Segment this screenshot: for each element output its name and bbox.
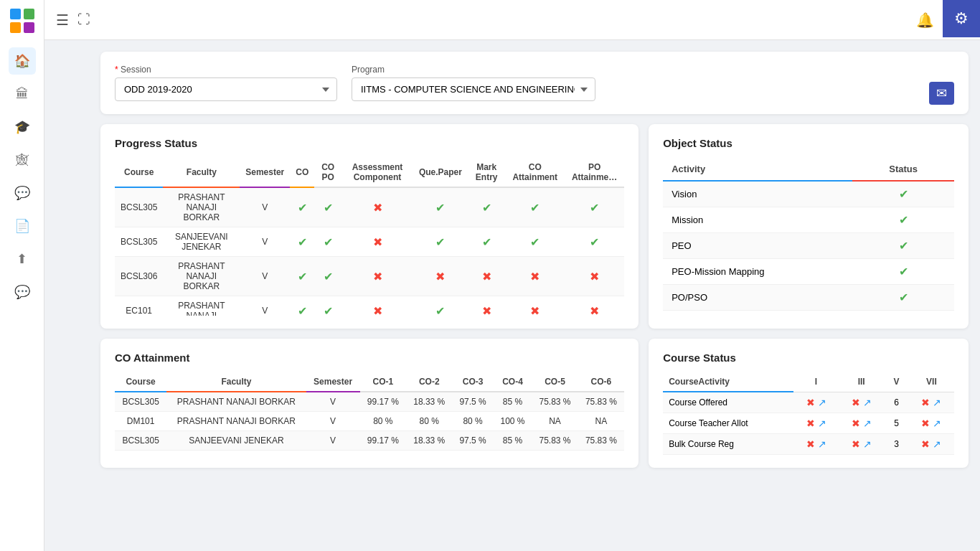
cross-icon: ✖ [921, 438, 930, 450]
col-co-semester: Semester [306, 372, 360, 392]
cell-co1: 99.17 % [360, 431, 406, 451]
email-icon[interactable]: ✉ [929, 82, 954, 105]
svg-rect-1 [24, 9, 34, 19]
cell-action[interactable]: ✖ ↗ [793, 433, 839, 454]
cell-action[interactable]: ✖ ↗ [793, 392, 839, 413]
sidebar-item-upload[interactable]: ⬆ [9, 245, 36, 273]
filter-row: * Session ODD 2019-2020 Program IITMS - … [115, 65, 954, 101]
table-row: BCSL305 SANJEEVANI JENEKAR V ✔ ✔ ✖ ✔ ✔ ✔… [115, 227, 624, 257]
sidebar-item-chat[interactable]: 💬 [9, 179, 36, 207]
arrow-icon[interactable]: ↗ [863, 438, 872, 450]
main-content: * Session ODD 2019-2020 Program IITMS - … [89, 40, 980, 551]
cell-v: 6 [884, 392, 908, 413]
cell-markentry: ✔ [468, 227, 506, 257]
cell-action[interactable]: ✖ ↗ [793, 413, 839, 433]
cell-activity: Bulk Course Reg [663, 433, 793, 454]
cell-v: 5 [884, 413, 908, 433]
arrow-icon[interactable]: ↗ [818, 397, 826, 408]
cell-semester: V [306, 412, 360, 431]
arrow-icon[interactable]: ↗ [933, 397, 941, 408]
col-copo: CO PO [314, 158, 341, 187]
cell-semester: V [240, 227, 290, 257]
session-select[interactable]: ODD 2019-2020 [115, 77, 337, 101]
cell-action[interactable]: ✖ ↗ [839, 433, 884, 454]
course-status-table: CourseActivity I III V VII Course Offere… [663, 372, 954, 455]
program-label: Program [352, 65, 595, 75]
app-logo[interactable] [9, 7, 36, 34]
cross-icon: ✖ [806, 438, 815, 450]
settings-button[interactable]: ⚙ [943, 0, 980, 37]
cell-co6: NA [578, 412, 624, 431]
cross-icon: ✖ [921, 397, 930, 408]
cell-status: ✔ [852, 207, 954, 233]
cell-markentry: ✖ [468, 296, 506, 316]
course-status-title: Course Status [663, 352, 954, 364]
cell-semester: V [240, 296, 290, 316]
cell-assessment: ✖ [341, 296, 413, 316]
cell-faculty: SANJEEVANI JENEKAR [166, 431, 306, 451]
cell-co2: 80 % [406, 412, 452, 431]
cross-icon: ✖ [921, 418, 930, 429]
svg-rect-3 [24, 22, 34, 33]
program-select[interactable]: IITMS - COMPUTER SCIENCE AND ENGINEERING… [352, 77, 595, 101]
cell-action[interactable]: ✖ ↗ [909, 433, 954, 454]
cell-coatt: ✔ [505, 227, 565, 257]
arrow-icon[interactable]: ↗ [933, 418, 941, 429]
cell-co: ✔ [290, 187, 314, 227]
col-co4: CO-4 [494, 372, 532, 392]
col-sem-vii: VII [909, 372, 954, 392]
cell-co: ✔ [290, 296, 314, 316]
cell-course: BCSL306 [115, 257, 163, 296]
cell-markentry: ✖ [468, 257, 506, 296]
cell-copo: ✔ [314, 257, 341, 296]
table-row: BCSL305 SANJEEVANI JENEKAR V 99.17 % 18.… [115, 431, 624, 451]
notification-bell-icon[interactable]: 🔔 [916, 11, 934, 29]
list-item: PEO ✔ [663, 233, 954, 259]
cell-poatt: ✖ [565, 257, 624, 296]
session-label: * Session [115, 65, 337, 75]
cell-co: ✔ [290, 227, 314, 257]
col-status: Status [852, 158, 954, 181]
sidebar-item-bank[interactable]: 🏛 [9, 80, 36, 108]
cell-co1: 99.17 % [360, 392, 406, 412]
arrow-icon[interactable]: ↗ [863, 418, 872, 429]
arrow-icon[interactable]: ↗ [818, 418, 826, 429]
cell-co3: 97.5 % [452, 431, 493, 451]
list-item: PO/PSO-PEO Mapping Pending ↑ [663, 311, 954, 316]
sidebar-item-chat2[interactable]: 💬 [9, 278, 36, 306]
cell-action[interactable]: ✖ ↗ [839, 413, 884, 433]
col-sem-iii: III [839, 372, 884, 392]
arrow-icon[interactable]: ↗ [863, 397, 872, 408]
col-assessment: Assessment Component [341, 158, 413, 187]
col-co: CO [290, 158, 314, 187]
sidebar-item-academic[interactable]: 🎓 [9, 113, 36, 141]
col-co1: CO-1 [360, 372, 406, 392]
object-status-table: Activity Status Vision ✔ Mission ✔ PEO ✔… [663, 158, 954, 316]
arrow-icon[interactable]: ↗ [818, 438, 826, 450]
cell-activity: PO/PSO [663, 285, 852, 311]
co-attainment-table: Course Faculty Semester CO-1 CO-2 CO-3 C… [115, 372, 624, 451]
svg-rect-2 [10, 22, 21, 33]
expand-icon[interactable]: ⛶ [77, 12, 90, 27]
arrow-icon[interactable]: ↗ [933, 438, 941, 450]
cross-icon: ✖ [852, 397, 860, 408]
cell-course: BCSL305 [115, 392, 166, 412]
table-row: EC101 PRASHANT NANAJI V ✔ ✔ ✖ ✔ ✖ ✖ ✖ [115, 296, 624, 316]
cell-action[interactable]: ✖ ↗ [909, 392, 954, 413]
col-co2: CO-2 [406, 372, 452, 392]
list-item: Course Teacher Allot ✖ ↗ ✖ ↗ 5 ✖ ↗ [663, 413, 954, 433]
cell-action[interactable]: ✖ ↗ [909, 413, 954, 433]
menu-icon[interactable]: ☰ [56, 11, 69, 29]
list-item: Mission ✔ [663, 207, 954, 233]
col-poatt: PO Attainme… [565, 158, 624, 187]
cell-assessment: ✖ [341, 187, 413, 227]
cell-faculty: SANJEEVANI JENEKAR [163, 227, 240, 257]
sidebar-item-home[interactable]: 🏠 [9, 47, 36, 75]
sidebar-item-doc[interactable]: 📄 [9, 212, 36, 240]
co-attainment-card: CO Attainment Course Faculty Semester CO… [100, 339, 639, 468]
col-semester: Semester [240, 158, 290, 187]
filter-card: * Session ODD 2019-2020 Program IITMS - … [100, 52, 969, 114]
cell-action[interactable]: ✖ ↗ [839, 392, 884, 413]
sidebar-item-network[interactable]: 🕸 [9, 146, 36, 174]
cell-co5: 75.83 % [532, 392, 578, 412]
